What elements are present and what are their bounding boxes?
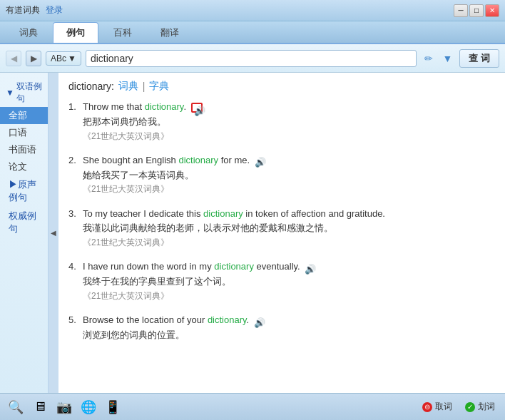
mark-dot: ✓ [465, 402, 475, 412]
sidebar-item-spoken[interactable]: 口语 [0, 124, 48, 141]
header-link-dict[interactable]: 词典 [118, 80, 138, 93]
arrow-icon: ▼ [6, 88, 14, 98]
entry-en-text: Throw me that [83, 101, 145, 112]
entry-source-2: 《21世纪大英汉词典》 [83, 183, 495, 196]
mark-word-action[interactable]: ✓ 划词 [461, 399, 499, 414]
entry-body-4: I have run down the word in my dictionar… [83, 260, 495, 303]
speaker-icon-1[interactable]: 🔊 [191, 103, 203, 113]
sidebar-item-native[interactable]: ▶原声例句 [0, 175, 48, 207]
titlebar-controls: ─ □ ✕ [454, 4, 499, 17]
entry-zh-2: 她给我买了一本英语词典。 [83, 168, 495, 183]
status-search-icon[interactable]: 🔍 [6, 397, 26, 417]
bilingual-label: 双语例句 [16, 81, 42, 105]
entry-3: 3. To my teacher I dedicate this diction… [68, 207, 495, 250]
entry-source-3: 《21世纪大英汉词典》 [83, 236, 495, 250]
spellcheck-button[interactable]: ABc ▼ [46, 51, 81, 66]
entry-num-4: 4. [68, 260, 83, 275]
content-header: dictionary: 词典 | 字典 [68, 80, 495, 93]
remove-label: 取词 [435, 401, 452, 413]
entry-en-5: Browse to the location of your dictionar… [83, 314, 265, 325]
main-area: ▼ 双语例句 全部 口语 书面语 论文 ▶原声例句 权威例句 ◀ diction… [0, 73, 505, 393]
header-word: dictionary: [68, 81, 114, 92]
maximize-button[interactable]: □ [469, 4, 484, 17]
statusbar: 🔍 🖥 📷 🌐 📱 ⊖ 取词 ✓ 划词 [0, 393, 505, 420]
status-web-icon[interactable]: 🌐 [78, 397, 98, 417]
entry-zh-4: 我终于在我的字典里查到了这个词。 [83, 275, 495, 290]
speaker-icon-5[interactable]: 🔊 [254, 316, 265, 326]
forward-button[interactable]: ▶ [26, 51, 41, 66]
arrow-icon: ▶ [9, 179, 18, 190]
sidebar-item-all[interactable]: 全部 [0, 107, 48, 124]
header-link-char[interactable]: 字典 [149, 80, 169, 93]
entry-en-4: I have run down the word in my dictionar… [83, 261, 316, 272]
entry-num-5: 5. [68, 313, 83, 328]
sidebar: ▼ 双语例句 全部 口语 书面语 论文 ▶原声例句 权威例句 [0, 73, 49, 393]
content-area: dictionary: 词典 | 字典 1. Throw me that dic… [58, 73, 505, 393]
status-camera-icon[interactable]: 📷 [54, 397, 74, 417]
search-icons: ✏ ▼ [421, 51, 455, 66]
entry-zh-1: 把那本词典扔给我。 [83, 115, 495, 130]
titlebar: 有道词典 登录 ─ □ ✕ [0, 0, 505, 21]
entry-source-4: 《21世纪大英汉词典》 [83, 290, 495, 303]
minimize-button[interactable]: ─ [454, 4, 468, 17]
status-screen-icon[interactable]: 🖥 [30, 397, 50, 417]
tab-dict[interactable]: 词典 [6, 22, 51, 43]
entry-2: 2. She bought an English dictionary for … [68, 153, 495, 197]
back-button[interactable]: ◀ [6, 51, 21, 66]
sidebar-item-written[interactable]: 书面语 [0, 141, 48, 158]
header-sep: | [143, 81, 146, 92]
login-link[interactable]: 登录 [46, 4, 63, 16]
mark-label: 划词 [478, 401, 495, 413]
entry-body-2: She bought an English dictionary for me.… [83, 153, 495, 197]
entry-en-text: . [183, 101, 186, 112]
entry-body-5: Browse to the location of your dictionar… [83, 313, 495, 343]
spell-label: ABc [51, 53, 66, 63]
app-name: 有道词典 [6, 4, 40, 16]
entry-1: 1. Throw me that dictionary. 🔊 把那本词典扔给我。… [68, 100, 495, 143]
remove-word-action[interactable]: ⊖ 取词 [418, 399, 456, 414]
lookup-button[interactable]: 查 词 [459, 49, 499, 68]
titlebar-left: 有道词典 登录 [6, 4, 63, 16]
entry-highlight: dictionary [145, 101, 184, 112]
sidebar-item-thesis[interactable]: 论文 [0, 158, 48, 175]
status-phone-icon[interactable]: 📱 [103, 397, 123, 417]
entry-5: 5. Browse to the location of your dictio… [68, 313, 495, 343]
collapse-arrow[interactable]: ◀ [49, 73, 58, 393]
searchbar: ◀ ▶ ABc ▼ ✏ ▼ 查 词 [0, 44, 505, 73]
search-input[interactable] [86, 50, 417, 67]
close-button[interactable]: ✕ [485, 4, 499, 17]
edit-icon[interactable]: ✏ [421, 51, 437, 66]
entry-zh-5: 浏览到您的词典的位置。 [83, 328, 495, 343]
entry-en-3: To my teacher I dedicate this dictionary… [83, 208, 385, 219]
entry-4: 4. I have run down the word in my dictio… [68, 260, 495, 303]
tabbar: 词典 例句 百科 翻译 [0, 21, 505, 44]
speaker-icon-2[interactable]: 🔊 [255, 155, 266, 165]
spell-arrow: ▼ [68, 53, 76, 63]
entry-body-3: To my teacher I dedicate this dictionary… [83, 207, 495, 250]
entry-body-1: Throw me that dictionary. 🔊 把那本词典扔给我。 《2… [83, 100, 495, 143]
sidebar-item-authority[interactable]: 权威例句 [0, 207, 48, 238]
entry-num-2: 2. [68, 153, 83, 168]
entry-en-1: Throw me that dictionary. 🔊 [83, 101, 203, 112]
tab-wiki[interactable]: 百科 [100, 22, 146, 43]
dropdown-icon[interactable]: ▼ [439, 51, 455, 66]
entry-en-2: She bought an English dictionary for me.… [83, 155, 266, 165]
entry-num-1: 1. [68, 100, 83, 115]
sidebar-section-bilingual[interactable]: ▼ 双语例句 [0, 78, 48, 107]
entry-num-3: 3. [68, 207, 83, 222]
entry-source-1: 《21世纪大英汉词典》 [83, 130, 495, 143]
tab-translate[interactable]: 翻译 [147, 22, 193, 43]
tab-example[interactable]: 例句 [53, 22, 98, 43]
entry-zh-3: 我谨以此词典献给我的老师，以表示对他的爱戴和感激之情。 [83, 221, 495, 236]
speaker-icon-4[interactable]: 🔊 [305, 262, 316, 272]
remove-dot: ⊖ [422, 402, 432, 412]
